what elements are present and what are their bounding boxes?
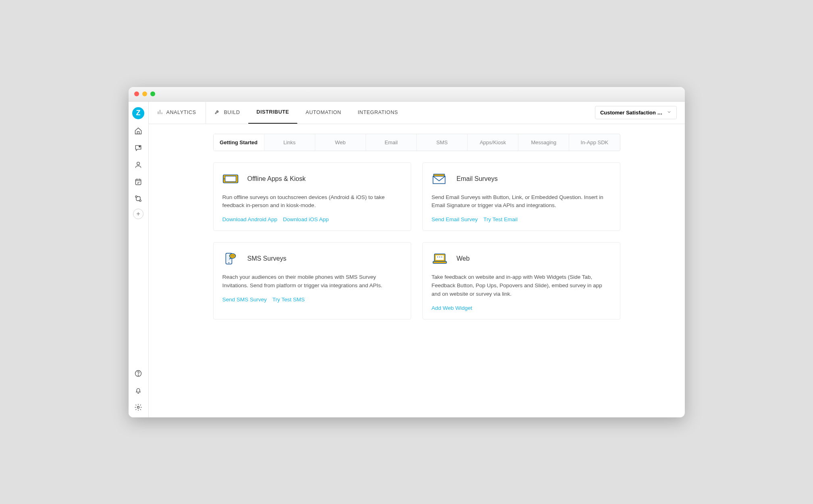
- distribute-subtabs: Getting Started Links Web Email SMS Apps…: [213, 134, 620, 151]
- card-title: Email Surveys: [457, 175, 498, 183]
- subtab-sms[interactable]: SMS: [417, 134, 468, 151]
- download-ios-link[interactable]: Download iOS App: [283, 216, 329, 222]
- subtab-messaging[interactable]: Messaging: [518, 134, 569, 151]
- svg-point-15: [228, 262, 229, 263]
- card-offline-apps: Offline Apps & Kiosk Run offline surveys…: [213, 162, 411, 231]
- laptop-icon: [432, 251, 448, 266]
- nav-integrations[interactable]: INTEGRATIONS: [349, 101, 406, 124]
- content-area: Getting Started Links Web Email SMS Apps…: [149, 124, 685, 417]
- svg-rect-22: [433, 261, 446, 263]
- card-description: Reach your audiences on their mobile pho…: [222, 273, 402, 290]
- subtab-in-app-sdk[interactable]: In-App SDK: [569, 134, 620, 151]
- svg-rect-21: [436, 255, 444, 260]
- svg-point-6: [138, 375, 138, 375]
- nav-label: BUILD: [224, 110, 240, 115]
- chevron-down-icon: [667, 110, 672, 116]
- try-test-sms-link[interactable]: Try Test SMS: [272, 297, 305, 303]
- titlebar: [129, 87, 685, 102]
- build-icon: [214, 109, 220, 116]
- card-web: Web Take feedback on website and in-app …: [422, 242, 620, 319]
- sidebar-bottom-icons: [134, 369, 143, 412]
- main-area: ANALYTICS BUILD DISTRIBUTE AUTOMATION IN…: [149, 102, 685, 417]
- nav-build[interactable]: BUILD: [206, 101, 248, 124]
- try-test-email-link[interactable]: Try Test Email: [483, 216, 518, 222]
- home-icon[interactable]: [134, 127, 143, 135]
- card-description: Take feedback on website and in-app with…: [432, 273, 611, 299]
- svg-point-7: [137, 406, 139, 408]
- card-description: Send Email Surveys with Button, Link, or…: [432, 193, 611, 210]
- nav-label: AUTOMATION: [306, 110, 341, 115]
- nav-label: ANALYTICS: [166, 110, 196, 115]
- card-sms-surveys: SMS Surveys Reach your audiences on thei…: [213, 242, 411, 319]
- svg-point-19: [233, 256, 234, 257]
- svg-point-24: [439, 257, 440, 257]
- sidebar-top-icons: [134, 127, 143, 203]
- nav-label: INTEGRATIONS: [358, 110, 398, 115]
- help-icon[interactable]: [134, 369, 143, 378]
- svg-point-0: [139, 146, 140, 147]
- svg-rect-2: [135, 179, 141, 185]
- svg-point-1: [137, 162, 140, 165]
- survey-selector[interactable]: Customer Satisfaction …: [595, 106, 677, 119]
- envelope-icon: [432, 172, 448, 186]
- svg-point-18: [232, 256, 233, 257]
- svg-point-23: [437, 257, 438, 257]
- nav-label: DISTRIBUTE: [256, 109, 289, 115]
- card-description: Run offline surveys on touchscreen devic…: [222, 193, 402, 210]
- card-title: SMS Surveys: [247, 255, 287, 262]
- subtab-apps-kiosk[interactable]: Apps/Kiosk: [468, 134, 518, 151]
- send-sms-survey-link[interactable]: Send SMS Survey: [222, 297, 267, 303]
- card-title: Web: [457, 255, 470, 262]
- settings-icon[interactable]: [134, 403, 143, 412]
- subtab-links[interactable]: Links: [264, 134, 315, 151]
- chat-icon[interactable]: [134, 143, 143, 152]
- send-email-survey-link[interactable]: Send Email Survey: [432, 216, 478, 222]
- nav-analytics[interactable]: ANALYTICS: [149, 101, 206, 124]
- analytics-icon: [157, 109, 163, 116]
- nav-automation[interactable]: AUTOMATION: [297, 101, 349, 124]
- add-button[interactable]: +: [133, 209, 143, 219]
- sidebar: Z +: [129, 102, 149, 417]
- subtab-email[interactable]: Email: [366, 134, 417, 151]
- survey-selector-label: Customer Satisfaction …: [600, 110, 663, 116]
- user-icon[interactable]: [134, 160, 143, 169]
- sms-icon: [222, 251, 239, 266]
- nav-distribute[interactable]: DISTRIBUTE: [248, 101, 297, 124]
- close-window-button[interactable]: [134, 91, 139, 96]
- add-web-widget-link[interactable]: Add Web Widget: [432, 305, 472, 311]
- card-title: Offline Apps & Kiosk: [247, 175, 306, 183]
- svg-point-3: [135, 195, 137, 197]
- app-window: Z +: [129, 87, 685, 417]
- svg-point-10: [223, 178, 225, 179]
- svg-rect-9: [225, 176, 236, 181]
- app-body: Z +: [129, 102, 685, 417]
- tablet-icon: [222, 172, 239, 186]
- card-email-surveys: Email Surveys Send Email Surveys with Bu…: [422, 162, 620, 231]
- top-nav: ANALYTICS BUILD DISTRIBUTE AUTOMATION IN…: [149, 102, 685, 124]
- subtab-web[interactable]: Web: [315, 134, 366, 151]
- maximize-window-button[interactable]: [150, 91, 155, 96]
- svg-point-17: [231, 256, 231, 257]
- svg-point-4: [139, 199, 141, 201]
- cards-grid: Offline Apps & Kiosk Run offline surveys…: [213, 162, 620, 320]
- window-controls: [134, 91, 155, 96]
- minimize-window-button[interactable]: [142, 91, 147, 96]
- subtab-getting-started[interactable]: Getting Started: [214, 134, 264, 151]
- download-android-link[interactable]: Download Android App: [222, 216, 278, 222]
- bell-icon[interactable]: [134, 386, 143, 395]
- logo-icon[interactable]: Z: [132, 107, 144, 119]
- svg-point-25: [441, 257, 442, 257]
- calendar-icon[interactable]: [134, 177, 143, 186]
- workflow-icon[interactable]: [134, 194, 143, 203]
